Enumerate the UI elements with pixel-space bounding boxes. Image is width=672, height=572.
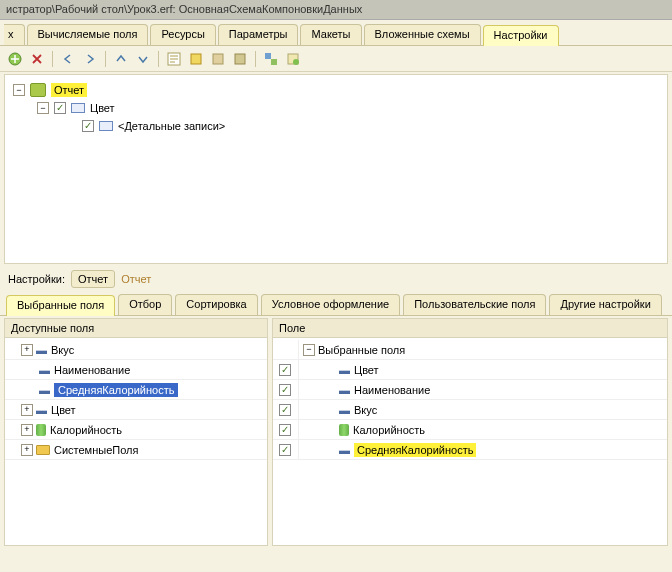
separator — [255, 51, 256, 67]
move-down-button[interactable] — [134, 50, 152, 68]
checkbox[interactable] — [82, 120, 94, 132]
add-button[interactable] — [6, 50, 24, 68]
checkbox[interactable] — [279, 424, 291, 436]
move-right-button[interactable] — [81, 50, 99, 68]
tool-btn-1[interactable] — [187, 50, 205, 68]
svg-rect-5 — [265, 53, 271, 59]
subtab-other[interactable]: Другие настройки — [549, 294, 661, 315]
tool-btn-5[interactable] — [284, 50, 302, 68]
collapse-icon[interactable]: − — [303, 344, 315, 356]
tree-root-label[interactable]: Отчет — [51, 83, 87, 97]
settings-mode-button[interactable]: Отчет — [71, 270, 115, 288]
separator — [52, 51, 53, 67]
top-tabs: х Вычисляемые поля Ресурсы Параметры Мак… — [0, 20, 672, 46]
svg-point-8 — [293, 59, 299, 65]
delete-button[interactable] — [28, 50, 46, 68]
group-icon — [99, 121, 113, 131]
available-header: Доступные поля — [5, 319, 267, 338]
list-item[interactable]: СистемныеПоля — [54, 444, 138, 456]
checkbox[interactable] — [279, 444, 291, 456]
subtab-filter[interactable]: Отбор — [118, 294, 172, 315]
selected-header: Поле — [273, 319, 667, 338]
report-icon — [30, 83, 46, 97]
tab-nested[interactable]: Вложенные схемы — [364, 24, 481, 45]
selected-fields-pane: Поле −Выбранные поля ▬Цвет ▬Наименование… — [272, 318, 668, 546]
list-item[interactable]: Вкус — [354, 404, 377, 416]
resource-icon — [36, 424, 46, 436]
checkbox[interactable] — [54, 102, 66, 114]
props-button[interactable] — [165, 50, 183, 68]
list-item[interactable]: Цвет — [51, 404, 76, 416]
collapse-icon[interactable]: − — [37, 102, 49, 114]
settings-mode-link[interactable]: Отчет — [121, 273, 151, 285]
tab-calc-fields[interactable]: Вычисляемые поля — [27, 24, 149, 45]
sub-tabs: Выбранные поля Отбор Сортировка Условное… — [0, 292, 672, 316]
collapse-icon[interactable]: − — [13, 84, 25, 96]
checkbox[interactable] — [279, 364, 291, 376]
tree-group-label[interactable]: Цвет — [90, 102, 115, 114]
tab-layouts[interactable]: Макеты — [300, 24, 361, 45]
expand-icon[interactable]: + — [21, 404, 33, 416]
tool-btn-3[interactable] — [231, 50, 249, 68]
field-icon: ▬ — [36, 344, 47, 356]
field-icon: ▬ — [339, 404, 350, 416]
structure-tree[interactable]: − Отчет − Цвет <Детальные записи> — [4, 74, 668, 264]
list-item[interactable]: Калорийность — [50, 424, 122, 436]
available-fields-pane: Доступные поля +▬Вкус ▬Наименование ▬Сре… — [4, 318, 268, 546]
list-item-highlight[interactable]: СредняяКалорийность — [354, 443, 476, 457]
expand-icon[interactable]: + — [21, 344, 33, 356]
checkbox[interactable] — [279, 404, 291, 416]
list-item[interactable]: Калорийность — [353, 424, 425, 436]
tab-settings[interactable]: Настройки — [483, 25, 559, 46]
field-icon: ▬ — [39, 364, 50, 376]
selected-list[interactable]: −Выбранные поля ▬Цвет ▬Наименование ▬Вку… — [273, 338, 667, 545]
list-item[interactable]: Наименование — [54, 364, 130, 376]
expand-icon[interactable]: + — [21, 424, 33, 436]
tool-btn-4[interactable] — [262, 50, 280, 68]
toolbar — [0, 46, 672, 72]
list-item[interactable]: Цвет — [354, 364, 379, 376]
group-icon — [71, 103, 85, 113]
expand-icon[interactable]: + — [21, 444, 33, 456]
field-icon: ▬ — [39, 384, 50, 396]
fields-split: Доступные поля +▬Вкус ▬Наименование ▬Сре… — [4, 318, 668, 546]
list-item-selected[interactable]: СредняяКалорийность — [54, 383, 178, 397]
tab-resources[interactable]: Ресурсы — [150, 24, 215, 45]
tree-detail-label[interactable]: <Детальные записи> — [118, 120, 225, 132]
field-icon: ▬ — [339, 444, 350, 456]
resource-icon — [339, 424, 349, 436]
svg-rect-4 — [235, 54, 245, 64]
selected-root[interactable]: Выбранные поля — [318, 344, 405, 356]
move-left-button[interactable] — [59, 50, 77, 68]
separator — [105, 51, 106, 67]
available-list[interactable]: +▬Вкус ▬Наименование ▬СредняяКалорийност… — [5, 338, 267, 545]
svg-rect-2 — [191, 54, 201, 64]
spacer — [65, 120, 77, 132]
checkbox[interactable] — [279, 384, 291, 396]
tool-btn-2[interactable] — [209, 50, 227, 68]
title-bar: истратор\Рабочий стол\Урок3.erf: Основна… — [0, 0, 672, 20]
svg-rect-3 — [213, 54, 223, 64]
separator — [158, 51, 159, 67]
field-icon: ▬ — [339, 364, 350, 376]
svg-rect-6 — [271, 59, 277, 65]
window-title: истратор\Рабочий стол\Урок3.erf: Основна… — [6, 3, 362, 15]
settings-label: Настройки: — [8, 273, 65, 285]
subtab-sort[interactable]: Сортировка — [175, 294, 257, 315]
tab-parameters[interactable]: Параметры — [218, 24, 299, 45]
folder-icon — [36, 445, 50, 455]
field-icon: ▬ — [36, 404, 47, 416]
subtab-selected-fields[interactable]: Выбранные поля — [6, 295, 115, 316]
subtab-user-fields[interactable]: Пользовательские поля — [403, 294, 546, 315]
tab-partial[interactable]: х — [4, 24, 25, 45]
field-icon: ▬ — [339, 384, 350, 396]
list-item[interactable]: Наименование — [354, 384, 430, 396]
settings-bar: Настройки: Отчет Отчет — [0, 266, 672, 292]
move-up-button[interactable] — [112, 50, 130, 68]
subtab-conditional[interactable]: Условное оформление — [261, 294, 400, 315]
list-item[interactable]: Вкус — [51, 344, 74, 356]
